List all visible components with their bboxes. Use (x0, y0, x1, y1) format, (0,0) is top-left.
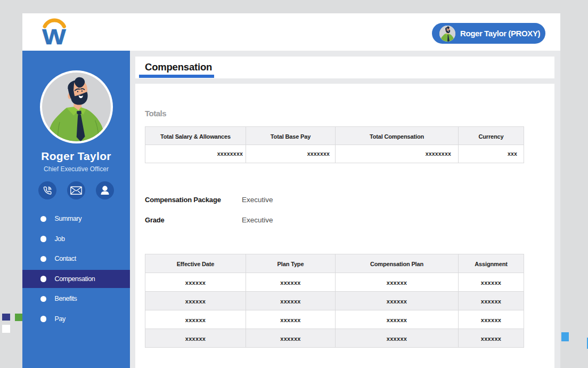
svg-text:W: W (42, 24, 66, 49)
